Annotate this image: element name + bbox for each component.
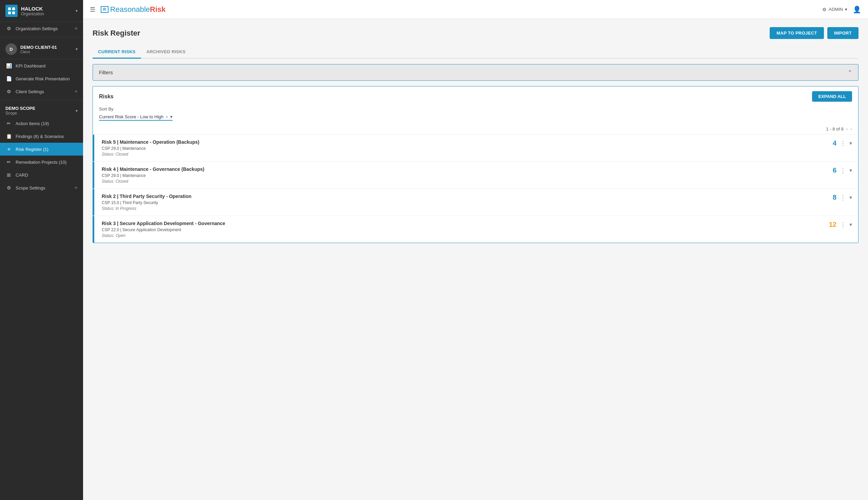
card-icon: ⊞ <box>5 171 12 178</box>
brand-chevron-icon: ▾ <box>76 9 78 13</box>
risk-left-bar <box>93 189 94 216</box>
risk-meta: CSP 29.0 | Maintenance <box>102 173 827 178</box>
sort-clear-icon[interactable]: × <box>166 114 168 119</box>
client-chevron-icon: ▾ <box>76 47 78 52</box>
risk-status: Status: In Progress <box>102 206 827 211</box>
sidebar-item-remediation[interactable]: ✏ Remediation Projects (10) <box>0 156 83 169</box>
generate-risk-label: Generate Risk Presentation <box>15 76 78 81</box>
risk-expand-icon[interactable]: ▾ <box>849 140 852 146</box>
sidebar-item-scope-settings[interactable]: ⚙ Scope Settings + <box>0 181 83 194</box>
hamburger-icon[interactable]: ☰ <box>90 6 95 13</box>
admin-label: ADMIN <box>828 7 843 12</box>
sidebar-item-kpi[interactable]: 📊 KPI Dashboard <box>0 59 83 72</box>
risk-content: Risk 3 | Secure Application Development … <box>99 221 824 238</box>
risk-content: Risk 5 | Maintenance - Operation (Backup… <box>99 139 827 157</box>
sidebar-divider-2 <box>0 100 83 100</box>
risks-section: Risks EXPAND ALL Sort By Current Risk Sc… <box>92 86 858 243</box>
remediation-label: Remediation Projects (10) <box>15 160 78 165</box>
scope-name: DEMO SCOPE <box>5 106 76 111</box>
client-settings-plus-icon: + <box>75 89 78 94</box>
client-settings-label: Client Settings <box>15 89 75 94</box>
logo-risk: Risk <box>150 5 166 14</box>
sidebar-item-action-items[interactable]: ✏ Action Items (19) <box>0 117 83 130</box>
risk-expand-icon[interactable]: ▾ <box>849 167 852 173</box>
admin-button[interactable]: ⚙ ADMIN ▾ <box>822 7 847 12</box>
risk-expand-icon[interactable]: ▾ <box>849 221 852 228</box>
sidebar-scope-block[interactable]: DEMO SCOPE Scope ▾ <box>0 102 83 117</box>
remediation-icon: ✏ <box>5 159 12 166</box>
risk-left-bar <box>93 216 94 243</box>
risk-register-label: Risk Register (1) <box>15 147 78 152</box>
map-to-project-button[interactable]: MAP TO PROJECT <box>770 27 824 39</box>
admin-gear-icon: ⚙ <box>822 7 827 12</box>
svg-rect-1 <box>12 8 15 10</box>
risk-title: Risk 3 | Secure Application Development … <box>102 221 824 226</box>
import-button[interactable]: IMPORT <box>827 27 858 39</box>
risk-score: 6 <box>833 167 836 174</box>
sort-select[interactable]: Current Risk Score - Low to High × ▾ <box>99 114 172 121</box>
risk-menu-icon[interactable]: ⋮ <box>840 194 846 201</box>
risk-title: Risk 2 | Third Party Security - Operatio… <box>102 194 827 199</box>
findings-label: Findings (8) & Scenarios <box>15 134 78 139</box>
pagination-prev-icon[interactable]: ‹ <box>846 126 848 132</box>
risk-item-risk4: Risk 4 | Maintenance - Governance (Backu… <box>93 161 858 189</box>
brand-name: HALOCK <box>21 6 76 12</box>
sidebar: HALOCK Organization ▾ ⚙ Organization Set… <box>0 0 83 500</box>
sidebar-item-generate-risk[interactable]: 📄 Generate Risk Presentation <box>0 72 83 85</box>
risk-meta: CSP 15.0 | Third Party Security <box>102 200 827 205</box>
sidebar-item-risk-register[interactable]: ≡ Risk Register (1) <box>0 143 83 156</box>
svg-rect-3 <box>12 12 15 14</box>
logo-box: R <box>101 6 109 13</box>
scope-settings-icon: ⚙ <box>5 184 12 191</box>
scope-sub: Scope <box>5 111 76 116</box>
client-text: DEMO CLIENT-01 Client <box>20 45 76 54</box>
gear-icon: ⚙ <box>5 25 12 32</box>
topbar-right: ⚙ ADMIN ▾ 👤 <box>822 5 861 13</box>
risk-right: 6 ⋮ ▾ <box>827 167 852 174</box>
sort-dropdown-icon[interactable]: ▾ <box>170 114 172 119</box>
risk-meta: CSP 22.0 | Secure Application Developmen… <box>102 227 824 232</box>
risk-content: Risk 4 | Maintenance - Governance (Backu… <box>99 167 827 184</box>
risk-register-icon: ≡ <box>5 146 12 152</box>
tab-current-risks[interactable]: CURRENT RISKS <box>92 46 141 59</box>
chart-icon: 📊 <box>5 62 12 69</box>
risk-left-bar <box>93 162 94 189</box>
findings-icon: 📋 <box>5 133 12 140</box>
scope-settings-label: Scope Settings <box>15 185 75 191</box>
risk-list: Risk 5 | Maintenance - Operation (Backup… <box>93 134 858 243</box>
risk-menu-icon[interactable]: ⋮ <box>840 140 846 147</box>
tabs: CURRENT RISKS ARCHIVED RISKS <box>92 46 858 59</box>
brand-text: HALOCK Organization <box>21 6 76 16</box>
pagination-next-icon[interactable]: › <box>850 126 852 132</box>
sidebar-item-client-settings[interactable]: ⚙ Client Settings + <box>0 85 83 98</box>
filters-chevron-icon: ⌃ <box>848 69 852 76</box>
risk-item-risk3: Risk 3 | Secure Application Development … <box>93 216 858 243</box>
topbar-logo: R Reasonable Risk <box>101 5 822 14</box>
header-buttons: MAP TO PROJECT IMPORT <box>770 27 858 39</box>
brand-subtitle: Organization <box>21 12 76 16</box>
risk-status: Status: Closed <box>102 179 827 184</box>
risk-expand-icon[interactable]: ▾ <box>849 194 852 201</box>
client-type: Client <box>20 50 76 54</box>
risk-menu-icon[interactable]: ⋮ <box>840 221 846 228</box>
risk-right: 8 ⋮ ▾ <box>827 194 852 201</box>
risk-menu-icon[interactable]: ⋮ <box>840 167 846 174</box>
client-name: DEMO CLIENT-01 <box>20 45 76 50</box>
tab-archived-risks[interactable]: ARCHIVED RISKS <box>141 46 191 59</box>
sidebar-item-findings[interactable]: 📋 Findings (8) & Scenarios <box>0 130 83 143</box>
expand-all-button[interactable]: EXPAND ALL <box>812 91 852 102</box>
sidebar-brand[interactable]: HALOCK Organization ▾ <box>0 0 83 22</box>
settings-icon: ⚙ <box>5 88 12 95</box>
filters-header[interactable]: Filters ⌃ <box>93 65 858 80</box>
user-icon[interactable]: 👤 <box>853 5 861 13</box>
risk-title: Risk 4 | Maintenance - Governance (Backu… <box>102 167 827 172</box>
risk-right: 4 ⋮ ▾ <box>827 139 852 147</box>
content-area: Risk Register MAP TO PROJECT IMPORT CURR… <box>83 19 868 500</box>
presentation-icon: 📄 <box>5 75 12 82</box>
sidebar-item-card[interactable]: ⊞ CARD <box>0 169 83 181</box>
scope-chevron-icon: ▾ <box>76 109 78 113</box>
risk-score: 8 <box>833 194 836 201</box>
sidebar-item-org-settings[interactable]: ⚙ Organization Settings + <box>0 22 83 35</box>
sidebar-client-block[interactable]: D DEMO CLIENT-01 Client ▾ <box>0 39 83 59</box>
plus-icon: + <box>75 25 78 32</box>
